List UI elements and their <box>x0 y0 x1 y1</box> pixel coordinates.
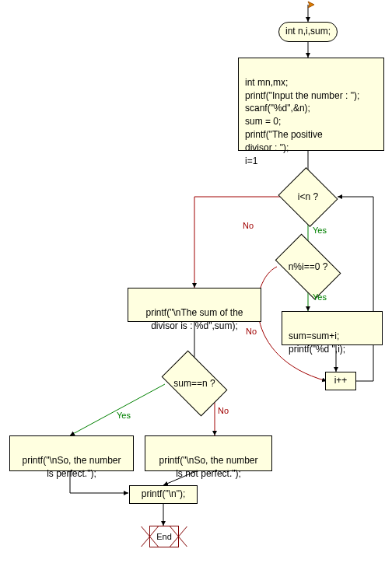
perfect-condition-text: sum==n ? <box>173 378 215 389</box>
init-block: int mn,mx; printf("Input the number : ")… <box>238 58 384 151</box>
increment-text: i++ <box>334 375 348 386</box>
increment-block: i++ <box>325 372 356 390</box>
mod-condition-text: n%i==0 ? <box>289 261 328 272</box>
loop-condition: i<n ? <box>277 170 339 224</box>
print-perfect-text: printf("\nSo, the number is perfect."); <box>23 455 121 479</box>
print-newline-block: printf("\n"); <box>129 485 198 504</box>
perfect-condition: sum==n ? <box>156 358 233 409</box>
accumulate-block: sum=sum+i; printf("%d ",i); <box>282 311 383 345</box>
edge-label-perf-no: No <box>218 406 229 415</box>
edge-label-mod-no: No <box>246 327 257 336</box>
start-decl-text: int n,i,sum; <box>285 26 331 37</box>
init-block-text: int mn,mx; printf("Input the number : ")… <box>245 77 359 166</box>
print-sum-block: printf("\nThe sum of the divisor is : %d… <box>128 288 261 322</box>
print-perfect-block: printf("\nSo, the number is perfect."); <box>9 435 134 471</box>
print-notperfect-block: printf("\nSo, the number is not perfect.… <box>145 435 272 471</box>
start-terminator: int n,i,sum; <box>278 22 338 42</box>
edge-label-perf-yes: Yes <box>117 411 131 420</box>
end-terminator: End <box>149 526 179 547</box>
accumulate-text: sum=sum+i; printf("%d ",i); <box>289 330 345 355</box>
mod-condition: n%i==0 ? <box>269 241 347 292</box>
end-text: End <box>156 532 172 541</box>
loop-condition-text: i<n ? <box>298 191 318 202</box>
print-sum-text: printf("\nThe sum of the divisor is : %d… <box>146 307 243 331</box>
print-newline-text: printf("\n"); <box>142 488 186 499</box>
edge-label-mod-yes: Yes <box>313 292 327 302</box>
edge-label-loop-yes: Yes <box>313 226 327 235</box>
edge-label-loop-no: No <box>243 221 254 230</box>
print-notperfect-text: printf("\nSo, the number is not perfect.… <box>159 455 258 479</box>
